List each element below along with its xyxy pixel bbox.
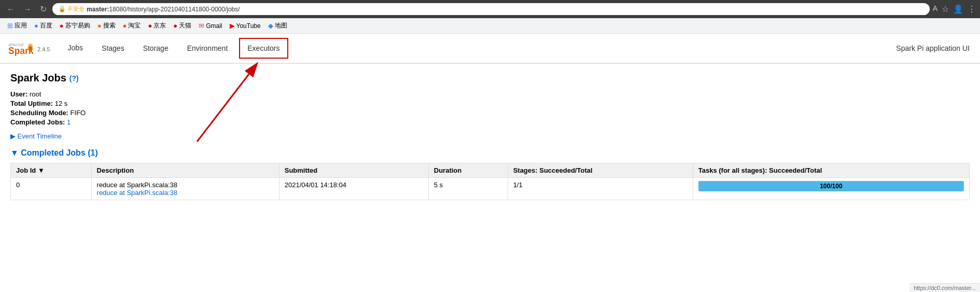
help-link[interactable]: (?) [69,74,79,82]
suning-icon: ● [60,22,64,30]
th-job-id[interactable]: Job Id ▼ [11,163,92,178]
security-warning: 🔒 不安全 [59,5,85,13]
bookmark-jd[interactable]: ● 京东 [145,20,169,31]
bookmark-maps[interactable]: ◆ 地图 [265,20,290,31]
translate-icon[interactable]: A [933,4,937,14]
bookmark-baidu[interactable]: ● 百度 [31,20,55,31]
back-button[interactable]: ← [4,4,18,15]
th-description[interactable]: Description [91,163,279,178]
th-duration[interactable]: Duration [428,163,508,178]
jd-icon: ● [148,22,152,30]
spark-logo: APACHE Spark 2.4.5 [0,34,58,63]
tasks-progress-label: 100/100 [820,183,842,190]
scheduling-row: Scheduling Mode: FIFO [10,109,970,117]
bookmark-youtube[interactable]: ▶ YouTube [227,21,264,31]
th-stages[interactable]: Stages: Succeeded/Total [508,163,693,178]
nav-environment[interactable]: Environment [178,37,237,60]
bookmark-apps[interactable]: ⊞ 应用 [4,20,30,31]
description-link[interactable]: reduce at SparkPi.scala:38 [97,189,177,197]
menu-icon[interactable]: ⋮ [968,4,976,14]
cell-tasks: 100/100 [693,178,969,200]
event-timeline[interactable]: ▶ Event Timeline [10,132,970,140]
event-timeline-label: ▶ Event Timeline [10,132,62,140]
table-body: 0 reduce at SparkPi.scala:38 reduce at S… [11,178,970,200]
cell-description: reduce at SparkPi.scala:38 reduce at Spa… [91,178,279,200]
jobs-table: Job Id ▼ Description Submitted Duration … [10,163,970,200]
browser-actions: A ☆ 👤 ⋮ [933,4,976,14]
account-icon[interactable]: 👤 [953,4,963,14]
youtube-icon: ▶ [230,22,235,30]
bookmark-jd-label: 京东 [153,21,166,30]
gmail-icon: ✉ [199,22,204,30]
bookmark-apps-label: 应用 [15,21,27,30]
bookmark-search[interactable]: ● 搜索 [94,20,119,31]
spark-nav: Jobs Stages Storage Environment Executor… [58,35,896,62]
tasks-progress-bar: 100/100 [698,181,964,191]
nav-storage[interactable]: Storage [134,37,178,60]
bookmark-baidu-label: 百度 [40,21,52,30]
completed-jobs-section-header[interactable]: ▼ Completed Jobs (1) [10,148,970,158]
completed-jobs-link[interactable]: 1 [67,118,71,126]
th-submitted[interactable]: Submitted [279,163,428,178]
cell-duration: 5 s [428,178,508,200]
page-title: Spark Jobs (?) [10,72,970,84]
page-title-text: Spark Jobs [10,72,66,84]
info-table: User: root Total Uptime: 12 s Scheduling… [10,90,970,126]
scheduling-label: Scheduling Mode: [10,109,68,117]
user-row: User: root [10,90,970,98]
table-row: 0 reduce at SparkPi.scala:38 reduce at S… [11,178,970,200]
cell-submitted: 2021/04/01 14:18:04 [279,178,428,200]
bookmark-taobao[interactable]: ● 淘宝 [120,20,144,31]
forward-button[interactable]: → [21,4,34,15]
tianmao-icon: ● [173,22,177,30]
bookmark-suning[interactable]: ● 苏宁易购 [57,20,93,31]
tasks-progress-fill: 100/100 [698,181,964,191]
bookmark-gmail-label: Gmail [206,22,222,30]
maps-icon: ◆ [268,22,273,30]
completed-jobs-label: Completed Jobs: [10,118,65,126]
nav-executors[interactable]: Executors [239,38,288,59]
completed-jobs-section-title: ▼ Completed Jobs (1) [10,148,98,157]
header-row: Job Id ▼ Description Submitted Duration … [11,163,970,178]
completed-jobs-row: Completed Jobs: 1 [10,118,970,126]
bookmark-search-label: 搜索 [103,21,116,30]
bookmark-icon[interactable]: ☆ [942,4,949,14]
uptime-value: 12 s [55,100,68,107]
spark-header: APACHE Spark 2.4.5 Jobs Stages Storage E… [0,34,980,64]
th-tasks[interactable]: Tasks (for all stages): Succeeded/Total [693,163,969,178]
spark-version: 2.4.5 [37,46,50,52]
svg-point-3 [29,46,32,51]
bookmark-maps-label: 地图 [275,21,287,30]
bookmarks-bar: ⊞ 应用 ● 百度 ● 苏宁易购 ● 搜索 ● 淘宝 ● 京东 ● 天猫 ✉ G… [0,18,980,34]
cell-stages: 1/1 [508,178,693,200]
bookmark-suning-label: 苏宁易购 [65,21,90,30]
bookmark-gmail[interactable]: ✉ Gmail [195,21,225,31]
baidu-icon: ● [34,22,38,30]
uptime-label: Total Uptime: [10,100,53,107]
nav-jobs[interactable]: Jobs [58,36,92,60]
app-title: Spark Pi application UI [896,44,980,52]
cell-job-id: 0 [11,178,92,200]
scheduling-value: FIFO [71,109,86,117]
bookmark-tianmao[interactable]: ● 天猫 [170,20,194,31]
description-line1: reduce at SparkPi.scala:38 [97,181,274,189]
user-label: User: [10,90,27,98]
url-display: master:18080/history/app-20210401141800-… [87,6,240,13]
nav-stages[interactable]: Stages [92,37,134,60]
taobao-icon: ● [123,22,127,30]
spark-logo-svg: APACHE Spark [8,38,34,59]
browser-chrome: ← → ↻ 🔒 不安全 master:18080/history/app-202… [0,0,980,18]
main-content: Spark Jobs (?) User: root Total Uptime: … [0,64,980,208]
apps-icon: ⊞ [7,22,13,30]
bookmark-youtube-label: YouTube [236,22,261,30]
address-bar[interactable]: 🔒 不安全 master:18080/history/app-202104011… [52,3,930,15]
user-value: root [30,90,41,98]
uptime-row: Total Uptime: 12 s [10,100,970,107]
search-bm-icon: ● [97,22,102,30]
reload-button[interactable]: ↻ [37,3,49,15]
bookmark-taobao-label: 淘宝 [128,21,141,30]
table-header: Job Id ▼ Description Submitted Duration … [11,163,970,178]
bookmark-tianmao-label: 天猫 [179,21,191,30]
